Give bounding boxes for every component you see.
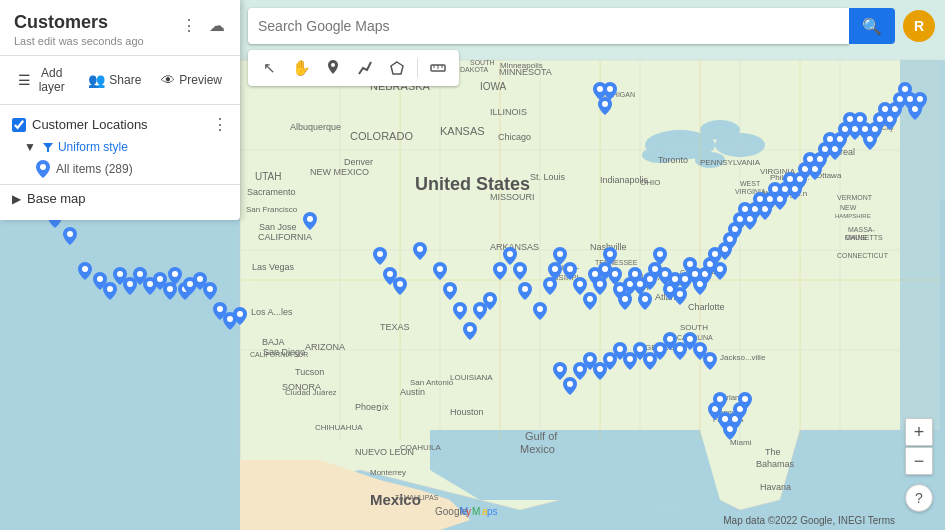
svg-text:United States: United States <box>415 174 530 194</box>
svg-text:San Francisco: San Francisco <box>246 205 298 214</box>
svg-text:GEORGIA: GEORGIA <box>645 343 683 352</box>
zoom-in-button[interactable]: + <box>905 418 933 446</box>
svg-text:SSIPPI: SSIPPI <box>553 273 579 282</box>
svg-text:Québec City: Québec City <box>855 124 894 132</box>
add-layer-button[interactable]: ☰ Add layer <box>10 62 76 98</box>
layer-name: Customer Locations <box>32 117 148 132</box>
svg-text:CAROLINA: CAROLINA <box>677 334 713 341</box>
svg-text:Mexico: Mexico <box>520 443 555 455</box>
layer-row-customer-locations: Customer Locations ⋮ <box>0 111 240 138</box>
svg-text:Phoeṉix: Phoeṉix <box>355 402 389 412</box>
svg-text:HAMPSHIRE: HAMPSHIRE <box>835 213 871 219</box>
share-label: Share <box>109 73 141 87</box>
svg-text:MISSOURI: MISSOURI <box>490 192 535 202</box>
svg-text:MICHIGAN: MICHIGAN <box>600 91 635 98</box>
layer-row-left: Customer Locations <box>12 117 148 132</box>
line-icon <box>357 60 373 76</box>
svg-text:SOUTH: SOUTH <box>680 323 708 332</box>
uniform-style-link[interactable]: Uniform style <box>42 140 128 154</box>
help-button[interactable]: ? <box>905 484 933 512</box>
svg-text:ARKANSAS: ARKANSAS <box>490 242 539 252</box>
map-attribution: Map data ©2022 Google, INEGI Terms <box>723 515 895 526</box>
layer-checkbox[interactable] <box>12 118 26 132</box>
share-icon: 👥 <box>88 72 105 88</box>
svg-text:Toronto: Toronto <box>658 155 688 165</box>
svg-text:TEXAS: TEXAS <box>380 322 410 332</box>
search-bar: 🔍 <box>248 8 895 44</box>
svg-text:Minneapolis: Minneapolis <box>500 61 543 70</box>
share-button[interactable]: 👥 Share <box>80 68 149 92</box>
layer-menu-icon[interactable]: ⋮ <box>212 115 228 134</box>
search-input[interactable] <box>258 18 839 34</box>
svg-text:ILLINOIS: ILLINOIS <box>490 107 527 117</box>
search-button[interactable]: 🔍 <box>849 8 895 44</box>
svg-text:Philadelp...: Philadelp... <box>770 173 810 182</box>
svg-text:VERMONT: VERMONT <box>837 194 873 201</box>
zoom-out-button[interactable]: − <box>905 447 933 475</box>
svg-text:San Jose: San Jose <box>259 222 297 232</box>
svg-text:ps: ps <box>487 506 498 517</box>
base-map-row[interactable]: ▶ Base map <box>0 184 240 212</box>
shape-tool-button[interactable] <box>382 54 412 82</box>
map-tools-bar: ↖ ✋ <box>248 50 459 86</box>
filter-icon <box>42 141 54 153</box>
svg-text:WEST: WEST <box>740 180 761 187</box>
line-tool-button[interactable] <box>350 54 380 82</box>
svg-text:Miami: Miami <box>730 438 752 447</box>
svg-text:SOUTH: SOUTH <box>470 59 495 66</box>
svg-text:The: The <box>765 447 781 457</box>
svg-text:Nashville: Nashville <box>590 242 627 252</box>
svg-text:COLORADO: COLORADO <box>350 130 413 142</box>
svg-text:VIRGINIA: VIRGINIA <box>735 188 766 195</box>
preview-icon: 👁 <box>161 72 175 88</box>
svg-text:IOWA: IOWA <box>480 81 507 92</box>
svg-text:Los A...les: Los A...les <box>251 307 293 317</box>
cloud-icon[interactable]: ☁ <box>206 14 228 36</box>
svg-text:M: M <box>472 506 480 517</box>
items-text: All items (289) <box>56 162 133 176</box>
point-tool-button[interactable] <box>318 54 348 82</box>
svg-text:Gulf of: Gulf of <box>525 430 558 442</box>
cursor-tool-button[interactable]: ↖ <box>254 54 284 82</box>
svg-text:Jackso...ville: Jackso...ville <box>720 353 766 362</box>
left-panel: Customers Last edit was seconds ago ⋮ ☁ … <box>0 0 240 220</box>
svg-text:Havana: Havana <box>760 482 791 492</box>
svg-text:TENNESSEE: TENNESSEE <box>595 259 638 266</box>
search-icon: 🔍 <box>862 17 882 36</box>
svg-text:COAHUILA: COAHUILA <box>400 443 442 452</box>
panel-header-icons: ⋮ ☁ <box>178 12 228 36</box>
svg-text:CALIFORNIA: CALIFORNIA <box>258 232 312 242</box>
svg-text:CHUSETTS: CHUSETTS <box>845 234 883 241</box>
svg-text:St. Louis: St. Louis <box>530 172 566 182</box>
panel-title: Customers <box>14 12 144 33</box>
svg-text:Ciudad Juárez: Ciudad Juárez <box>285 388 337 397</box>
more-options-icon[interactable]: ⋮ <box>178 14 200 36</box>
add-layer-icon: ☰ <box>18 72 31 88</box>
svg-text:Houston: Houston <box>450 407 484 417</box>
pan-tool-button[interactable]: ✋ <box>286 54 316 82</box>
svg-text:Tucson: Tucson <box>295 367 324 377</box>
items-row: All items (289) <box>0 156 240 182</box>
style-row: ▼ Uniform style <box>0 138 240 156</box>
ruler-icon <box>430 60 446 76</box>
svg-text:Denver: Denver <box>344 157 373 167</box>
svg-text:San Diego: San Diego <box>263 347 305 357</box>
svg-text:Austin: Austin <box>400 387 425 397</box>
base-map-label: Base map <box>27 191 86 206</box>
base-map-chevron-icon: ▶ <box>12 192 21 206</box>
user-avatar[interactable]: R <box>903 10 935 42</box>
svg-text:y: y <box>466 506 471 517</box>
ruler-tool-button[interactable] <box>423 54 453 82</box>
add-layer-label: Add layer <box>35 66 68 94</box>
search-input-container <box>248 8 849 44</box>
svg-text:UTAH: UTAH <box>255 171 281 182</box>
panel-subtitle: Last edit was seconds ago <box>14 35 144 47</box>
svg-text:NEW MEXICO: NEW MEXICO <box>310 167 369 177</box>
svg-text:LOUISIANA: LOUISIANA <box>450 373 493 382</box>
svg-text:CHIHUAHUA: CHIHUAHUA <box>315 423 363 432</box>
svg-text:Chicago: Chicago <box>498 132 531 142</box>
svg-text:Bahamas: Bahamas <box>756 459 795 469</box>
svg-marker-252 <box>391 62 403 74</box>
preview-button[interactable]: 👁 Preview <box>153 68 230 92</box>
svg-point-251 <box>331 63 335 67</box>
